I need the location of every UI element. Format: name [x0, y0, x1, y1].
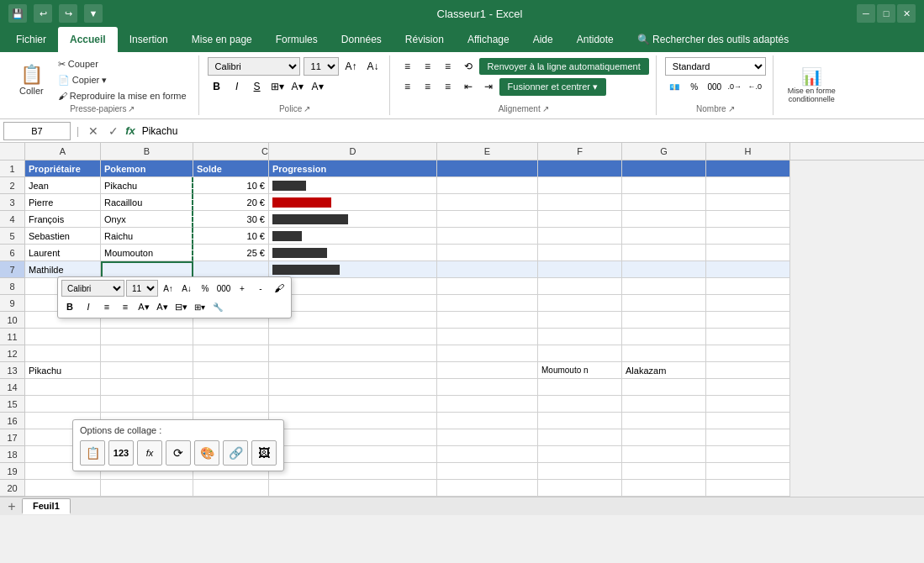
- cell-d4[interactable]: [269, 211, 437, 228]
- cell-h4[interactable]: [706, 211, 790, 228]
- cell-h12[interactable]: [706, 345, 790, 362]
- cell-d2[interactable]: [269, 177, 437, 194]
- cell-d19[interactable]: [269, 463, 437, 480]
- cell-b14[interactable]: [101, 379, 193, 396]
- cell-c4[interactable]: 30 €: [193, 211, 269, 228]
- mini-font-shrink[interactable]: A↓: [178, 280, 195, 297]
- cell-g11[interactable]: [622, 329, 706, 345]
- expand-alignement[interactable]: ↗: [542, 104, 549, 113]
- paste-icon-values[interactable]: 123: [108, 440, 134, 466]
- cell-g18[interactable]: [622, 446, 706, 463]
- mini-font-select[interactable]: Calibri: [61, 280, 124, 297]
- cell-e17[interactable]: [437, 429, 538, 446]
- tab-accueil[interactable]: Accueil: [58, 27, 118, 52]
- renvoyer-button[interactable]: Renvoyer à la ligne automatiquement: [479, 58, 649, 75]
- cell-e9[interactable]: [437, 295, 538, 312]
- cell-a15[interactable]: [25, 396, 101, 413]
- cell-e16[interactable]: [437, 413, 538, 429]
- row-header-2[interactable]: 2: [0, 177, 25, 194]
- cell-h3[interactable]: [706, 194, 790, 211]
- cell-g4[interactable]: [622, 211, 706, 228]
- row-header-1[interactable]: 1: [0, 160, 25, 177]
- cell-h5[interactable]: [706, 228, 790, 245]
- cell-h11[interactable]: [706, 329, 790, 345]
- mini-paint[interactable]: 🖌: [271, 280, 288, 297]
- cell-b13[interactable]: [101, 362, 193, 379]
- undo-icon[interactable]: ↩: [34, 4, 52, 23]
- cell-a20[interactable]: [25, 480, 101, 497]
- cell-b1[interactable]: Pokemon: [101, 160, 193, 177]
- number-format-select[interactable]: Standard: [665, 57, 766, 76]
- mini-thousands[interactable]: 000: [215, 280, 232, 297]
- cell-h15[interactable]: [706, 396, 790, 413]
- mini-font-color[interactable]: A▾: [154, 298, 171, 315]
- cell-f17[interactable]: [538, 429, 622, 446]
- align-top-center[interactable]: ≡: [419, 57, 437, 76]
- tab-formules[interactable]: Formules: [264, 27, 330, 52]
- row-header-11[interactable]: 11: [0, 329, 25, 345]
- cell-g20[interactable]: [622, 480, 706, 497]
- cell-g16[interactable]: [622, 413, 706, 429]
- cell-h20[interactable]: [706, 480, 790, 497]
- row-header-6[interactable]: 6: [0, 245, 25, 261]
- cell-a6[interactable]: Laurent: [25, 245, 101, 261]
- cell-h6[interactable]: [706, 245, 790, 261]
- cell-f18[interactable]: [538, 446, 622, 463]
- percent-button[interactable]: 💶: [665, 77, 684, 96]
- cell-h8[interactable]: [706, 278, 790, 295]
- tab-rechercher[interactable]: 🔍 Rechercher des outils adaptés: [626, 27, 800, 52]
- cell-a3[interactable]: Pierre: [25, 194, 101, 211]
- row-header-20[interactable]: 20: [0, 480, 25, 497]
- tab-aide[interactable]: Aide: [521, 27, 565, 52]
- cell-d6[interactable]: [269, 245, 437, 261]
- mini-align[interactable]: ≡: [98, 298, 115, 315]
- cell-a7[interactable]: Mathilde: [25, 261, 101, 278]
- cell-g13[interactable]: Alakazam: [622, 362, 706, 379]
- redo-icon[interactable]: ↪: [59, 4, 77, 23]
- row-header-10[interactable]: 10: [0, 312, 25, 329]
- cell-c14[interactable]: [193, 379, 269, 396]
- cell-c12[interactable]: [193, 345, 269, 362]
- expand-police[interactable]: ↗: [304, 104, 310, 113]
- cell-g7[interactable]: [622, 261, 706, 278]
- cell-g14[interactable]: [622, 379, 706, 396]
- mini-filter[interactable]: 🔧: [209, 298, 226, 315]
- mini-dec-dec[interactable]: -: [252, 280, 269, 297]
- cell-f9[interactable]: [538, 295, 622, 312]
- cell-c2[interactable]: 10 €: [193, 177, 269, 194]
- cell-g8[interactable]: [622, 278, 706, 295]
- dec-inc-button[interactable]: .0→: [726, 77, 744, 96]
- cell-c7[interactable]: [193, 261, 269, 278]
- cell-e5[interactable]: [437, 228, 538, 245]
- add-sheet-button[interactable]: +: [3, 499, 20, 514]
- col-header-d[interactable]: D: [269, 143, 437, 160]
- mini-border[interactable]: ⊟▾: [172, 298, 189, 315]
- cell-d15[interactable]: [269, 396, 437, 413]
- cell-a12[interactable]: [25, 345, 101, 362]
- row-header-13[interactable]: 13: [0, 362, 25, 379]
- cell-f2[interactable]: [538, 177, 622, 194]
- mini-italic[interactable]: I: [80, 298, 97, 315]
- cell-h13[interactable]: [706, 362, 790, 379]
- formula-cancel-button[interactable]: ✕: [85, 123, 102, 139]
- cell-b4[interactable]: Onyx: [101, 211, 193, 228]
- row-header-18[interactable]: 18: [0, 446, 25, 463]
- text-rotate[interactable]: ⟲: [459, 57, 478, 76]
- cell-f15[interactable]: [538, 396, 622, 413]
- cell-d7[interactable]: [269, 261, 437, 278]
- mini-font-grow[interactable]: A↑: [160, 280, 177, 297]
- cell-h10[interactable]: [706, 312, 790, 329]
- indent-dec[interactable]: ⇤: [459, 77, 478, 96]
- euro-button[interactable]: %: [685, 77, 704, 96]
- cell-g3[interactable]: [622, 194, 706, 211]
- cell-c13[interactable]: [193, 362, 269, 379]
- cell-g1[interactable]: [622, 160, 706, 177]
- cell-a2[interactable]: Jean: [25, 177, 101, 194]
- cell-e1[interactable]: [437, 160, 538, 177]
- cell-d16[interactable]: [269, 413, 437, 429]
- align-top-left[interactable]: ≡: [399, 57, 417, 76]
- cell-g10[interactable]: [622, 312, 706, 329]
- cell-f10[interactable]: [538, 312, 622, 329]
- cell-h9[interactable]: [706, 295, 790, 312]
- font-color-button[interactable]: A▾: [309, 77, 327, 96]
